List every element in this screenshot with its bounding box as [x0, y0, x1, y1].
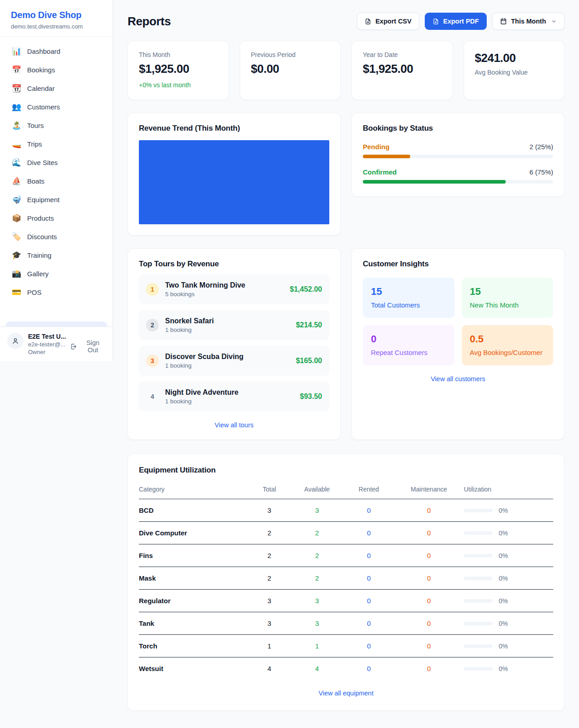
table-row: Regulator 3 3 0 0 0%	[139, 590, 553, 612]
status-row-confirmed: Confirmed 6 (75%)	[363, 168, 553, 184]
sidebar-item-dive-sites[interactable]: 🌊Dive Sites	[5, 153, 107, 172]
stat-label: This Month	[139, 51, 218, 58]
user-email: e2e-tester@...	[28, 341, 65, 348]
cell-total: 1	[247, 635, 292, 657]
tour-row: 1 Two Tank Morning Dive5 bookings $1,452…	[139, 274, 329, 304]
sidebar-item-active-partial[interactable]	[5, 321, 107, 326]
sidebar-item-training[interactable]: 🎓Training	[5, 246, 107, 265]
file-download-icon	[365, 18, 371, 25]
cell-maintenance: 0	[427, 529, 431, 537]
sidebar-item-products[interactable]: 📦Products	[5, 209, 107, 227]
sidebar-item-equipment[interactable]: 🤿Equipment	[5, 190, 107, 209]
sidebar-item-discounts[interactable]: 🏷️Discounts	[5, 227, 107, 246]
sidebar-item-trips[interactable]: 🚤Trips	[5, 135, 107, 153]
brand-block: Demo Dive Shop demo.test.divestreams.com	[0, 0, 113, 37]
sign-out-button[interactable]: Sign Out	[70, 339, 105, 354]
tile-label: Avg Bookings/Customer	[470, 349, 546, 356]
sidebar-item-label: Dashboard	[27, 47, 60, 55]
bar-chart-icon: 📊	[12, 47, 21, 56]
tile-total-customers: 15 Total Customers	[363, 278, 455, 318]
table-row: Dive Computer 2 2 0 0 0%	[139, 522, 553, 544]
cell-total: 3	[247, 499, 292, 522]
cell-total: 3	[247, 612, 292, 635]
utilization-percent: 0%	[498, 529, 508, 537]
sidebar-item-tours[interactable]: 🏝️Tours	[5, 116, 107, 135]
user-section: E2E Test U... e2e-tester@... Owner Sign …	[0, 326, 113, 361]
diving-mask-icon: 🤿	[12, 195, 21, 204]
tour-name: Night Dive Adventure	[165, 388, 238, 396]
cell-available: 4	[315, 665, 319, 672]
cell-maintenance: 0	[427, 506, 431, 514]
insights-row: Top Tours by Revenue 1 Two Tank Morning …	[128, 248, 565, 440]
view-all-customers-link[interactable]: View all customers	[363, 375, 553, 383]
credit-card-icon: 💳	[12, 288, 21, 297]
sidebar-item-dashboard[interactable]: 📊Dashboard	[5, 42, 107, 61]
revenue-bar	[139, 140, 329, 224]
tour-revenue: $214.50	[296, 321, 322, 329]
customer-insights-title: Customer Insights	[363, 260, 553, 269]
sidebar-item-calendar[interactable]: 📆Calendar	[5, 79, 107, 98]
tile-value: 0	[371, 333, 446, 345]
sidebar-item-customers[interactable]: 👥Customers	[5, 98, 107, 116]
period-selector[interactable]: This Month	[492, 13, 565, 30]
header-actions: Export CSV Export PDF This Month	[357, 13, 565, 30]
insight-tiles: 15 Total Customers 15 New This Month 0 R…	[363, 278, 553, 365]
utilization-percent: 0%	[498, 620, 508, 627]
export-csv-label: Export CSV	[375, 18, 412, 25]
cell-maintenance: 0	[427, 619, 431, 627]
cell-available: 2	[315, 552, 319, 559]
utilization-percent: 0%	[498, 507, 508, 514]
stat-card-previous-period: Previous Period $0.00	[240, 41, 341, 100]
tile-label: Repeat Customers	[371, 349, 446, 356]
customer-insights-card: Customer Insights 15 Total Customers 15 …	[351, 248, 565, 440]
view-all-equipment-link[interactable]: View all equipment	[139, 690, 553, 697]
stat-value: $241.00	[475, 51, 554, 65]
tour-revenue: $1,452.00	[290, 285, 322, 293]
cell-rented: 0	[367, 642, 370, 650]
shop-domain: demo.test.divestreams.com	[11, 23, 102, 30]
cell-total: 4	[247, 657, 292, 680]
tear-off-calendar-icon: 📆	[12, 84, 21, 93]
equipment-utilization-title: Equipment Utilization	[139, 466, 553, 475]
cell-maintenance: 0	[427, 597, 431, 605]
chevron-down-icon	[551, 19, 557, 24]
sidebar-item-label: POS	[27, 288, 42, 296]
graduation-cap-icon: 🎓	[12, 251, 21, 260]
cell-total: 2	[247, 567, 292, 590]
export-pdf-label: Export PDF	[443, 18, 479, 25]
stat-value: $1,925.00	[139, 62, 218, 76]
cell-available: 2	[315, 529, 319, 537]
table-row: Wetsuit 4 4 0 0 0%	[139, 657, 553, 680]
cell-total: 3	[247, 590, 292, 612]
sidebar-item-label: Products	[27, 214, 54, 222]
column-header-maintenance: Maintenance	[396, 484, 462, 499]
column-header-total: Total	[247, 484, 292, 499]
sidebar-item-gallery[interactable]: 📸Gallery	[5, 265, 107, 283]
table-row: BCD 3 3 0 0 0%	[139, 499, 553, 522]
sidebar: Demo Dive Shop demo.test.divestreams.com…	[0, 0, 113, 361]
equipment-utilization-card: Equipment Utilization Category Total Ava…	[128, 454, 565, 711]
sidebar-item-boats[interactable]: ⛵Boats	[5, 172, 107, 190]
main-content: Reports Export CSV Export PDF This Month	[113, 0, 579, 728]
utilization-track	[464, 644, 493, 648]
rank-badge: 2	[146, 319, 159, 331]
tour-name: Two Tank Morning Dive	[165, 281, 245, 289]
sidebar-item-pos[interactable]: 💳POS	[5, 283, 107, 302]
tile-label: Total Customers	[371, 301, 446, 309]
view-all-tours-link[interactable]: View all tours	[139, 411, 329, 429]
sidebar-item-label: Gallery	[27, 270, 49, 278]
sidebar-item-label: Training	[27, 251, 52, 259]
tile-avg-bookings-customer: 0.5 Avg Bookings/Customer	[462, 325, 554, 365]
cell-rented: 0	[367, 552, 370, 559]
cell-rented: 0	[367, 619, 370, 627]
person-icon	[11, 337, 19, 345]
export-csv-button[interactable]: Export CSV	[357, 13, 419, 30]
sidebar-item-bookings[interactable]: 📅Bookings	[5, 61, 107, 79]
status-count: 2 (25%)	[529, 143, 553, 151]
export-pdf-button[interactable]: Export PDF	[425, 13, 487, 30]
column-header-utilization: Utilization	[462, 484, 553, 499]
wave-icon: 🌊	[12, 158, 21, 167]
table-row: Tank 3 3 0 0 0%	[139, 612, 553, 635]
cell-category: BCD	[139, 499, 247, 522]
cell-maintenance: 0	[427, 552, 431, 559]
